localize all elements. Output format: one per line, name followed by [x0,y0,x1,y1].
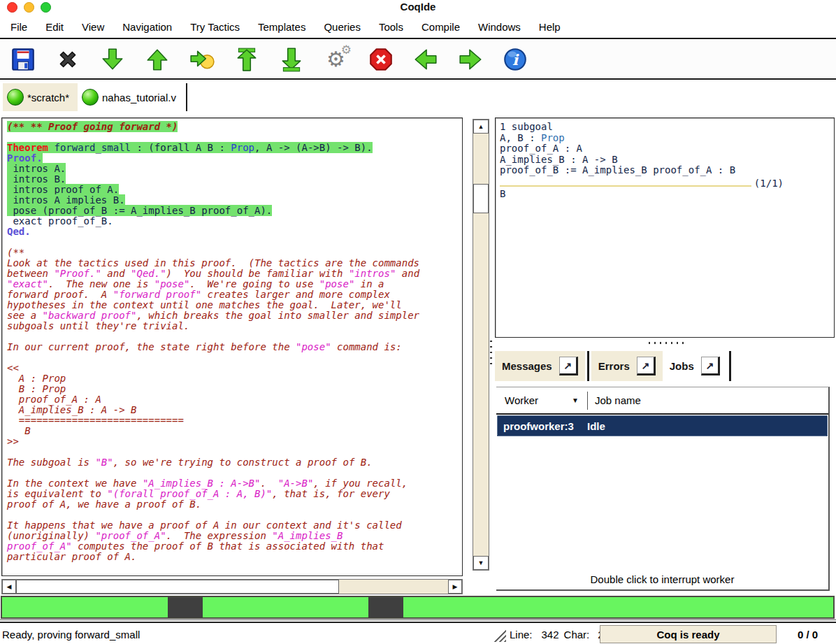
editor-line: see a "backward proof", which breaks the… [7,310,462,321]
editor-line: (** ** Proof going forward *) [7,122,462,132]
script-editor[interactable]: (** ** Proof going forward *) Theorem fo… [1,117,463,576]
menu-item[interactable]: Tools [379,21,403,33]
editor-line: B : Prop [7,384,462,394]
scroll-down-button[interactable]: ▼ [473,556,489,570]
save-button[interactable] [8,45,37,74]
forward-one-command-button[interactable] [98,45,127,74]
job-cell: Idle [587,420,605,432]
text-segment: exact proof_of_B. [7,215,113,227]
editor-line [7,352,462,363]
triangle-up-icon: ▲ [478,123,484,130]
editor-vertical-scrollbar[interactable]: ▲ ▼ [473,119,489,571]
scroll-left-button[interactable]: ◀ [2,580,16,594]
text-segment [500,178,751,187]
text-segment: "A->B" [278,478,314,489]
editor-line: proof_of_A" computes the proof of B that… [7,541,462,552]
line-label: Line: [510,629,533,641]
text-segment: Prop [541,132,565,143]
text-segment: pose (proof_of_B := A_implies_B proof_of… [7,205,272,216]
close-icon [55,46,81,73]
menu-item[interactable]: File [10,21,27,33]
text-segment: "Qed." [131,268,166,279]
detach-jobs-button[interactable]: ↗ [701,357,720,375]
menu-item[interactable]: Try Tactics [190,21,240,33]
tab-divider [587,351,589,381]
save-icon [10,46,36,73]
menu-item[interactable]: Help [539,21,561,33]
column-label: Worker [505,394,538,406]
editor-line: exact proof_of_B. [7,216,462,227]
text-segment: In the context we have [7,478,143,489]
small-gear-icon: ⚙ [341,43,352,57]
back-button[interactable] [411,45,440,74]
triangle-left-icon: ◀ [7,583,12,590]
text-segment: , which breaks the goal into smaller and… [136,310,419,321]
editor-line: hypotheses in the context until one matc… [7,300,462,310]
text-segment: "pose" [296,341,331,352]
text-segment: intros B. [7,173,66,185]
editor-line: The subgoal is "B", so we're trying to c… [7,457,462,468]
tab-messages[interactable]: Messages ↗ [495,351,585,381]
goal-line: proof_of_A : A [500,143,830,155]
go-to-end-button[interactable] [277,45,305,74]
resize-grip-icon[interactable] [493,629,506,642]
text-segment: "pose" [319,278,355,289]
coqide-window: CoqIde FileEditViewNavigationTry Tactics… [0,0,836,644]
text-segment: forward proof. A [7,289,113,300]
text-segment: B [500,188,505,199]
editor-line: is equivalent to "(forall proof_of_A : A… [7,489,462,499]
close-buffer-button[interactable] [53,45,82,74]
goal-pane[interactable]: 1 subgoalA, B : Propproof_of_A : AA_impl… [495,117,835,338]
cursor-position: Line:342Char:22 [510,629,610,641]
menu-item[interactable]: Navigation [122,21,172,33]
detach-errors-button[interactable]: ↗ [637,357,656,375]
editor-line: proof_of_A : A [7,394,462,405]
tab-label: Messages [502,360,552,372]
detach-messages-button[interactable]: ↗ [559,357,578,375]
job-name-column-header[interactable]: Job name [588,394,641,406]
pane-resize-handle-vertical[interactable] [490,341,492,367]
about-button[interactable]: i [500,45,529,74]
text-segment: , A -> (A->B) -> B). [254,142,373,153]
editor-line: intros proof_of_A. [7,185,462,195]
tab-scratch[interactable]: *scratch* [3,83,78,111]
text-segment: and [101,268,131,279]
tab-label: nahas_tutorial.v [102,92,176,103]
menu-item[interactable]: Edit [45,21,64,33]
goal-line: B [500,189,830,200]
text-segment: in a [354,278,384,289]
menu-item[interactable]: View [82,21,104,33]
backward-one-command-button[interactable] [143,45,171,74]
interrupt-button[interactable] [366,45,395,74]
forward-button[interactable] [456,45,484,74]
job-row-selected[interactable]: proofworker:3 Idle [497,415,828,436]
menu-item[interactable]: Compile [421,21,460,33]
scroll-right-button[interactable]: ▶ [448,580,462,594]
goal-line: proof_of_B := A_implies_B proof_of_A : B [500,165,830,176]
editor-line: A_implies_B : A -> B [7,405,462,415]
menu-item[interactable]: Queries [324,21,361,33]
tab-label: *scratch* [27,92,69,103]
menu-item[interactable]: Templates [258,21,305,33]
status-message: Ready, proving forward_small [2,629,140,641]
restart-coq-button[interactable]: ⚙ ⚙ [322,45,350,74]
text-segment: ) You should be familiar with [166,268,349,279]
scroll-up-button[interactable]: ▲ [473,120,489,134]
editor-line: intros A_implies_B. [7,195,462,206]
tab-nahas-tutorial[interactable]: nahas_tutorial.v [78,83,185,111]
horizontal-scroll-thumb[interactable] [16,580,339,594]
editor-horizontal-scrollbar[interactable]: ◀ ▶ [1,579,463,594]
text-segment: creates larger and more complex [201,289,390,300]
editor-line: A : Prop [7,373,462,384]
go-to-start-button[interactable] [232,45,261,74]
go-to-cursor-button[interactable] [187,45,216,74]
vertical-scroll-thumb[interactable] [473,184,489,213]
tab-jobs[interactable]: Jobs ↗ [663,351,727,381]
worker-column-header[interactable]: Worker ▼ [496,394,587,406]
pane-resize-handle[interactable] [649,342,686,344]
menu-item[interactable]: Windows [478,21,521,33]
tab-errors[interactable]: Errors ↗ [591,351,663,381]
editor-line [7,331,462,342]
feedback-tabbar: Messages ↗ Errors ↗ Jobs ↗ [495,351,733,381]
jobs-hint-text: Double click to interrupt worker [496,573,828,585]
